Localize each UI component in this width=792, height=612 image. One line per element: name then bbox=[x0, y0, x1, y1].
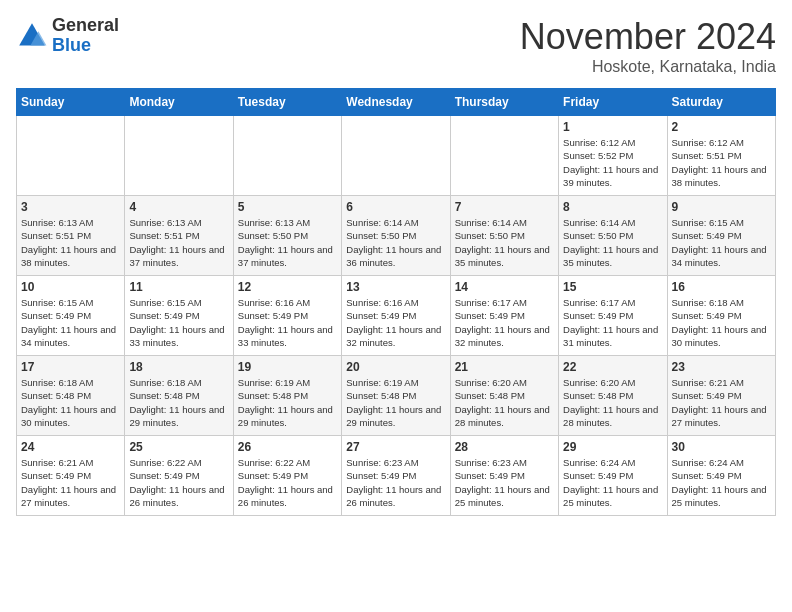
day-number: 15 bbox=[563, 280, 662, 294]
day-number: 19 bbox=[238, 360, 337, 374]
logo-icon bbox=[16, 20, 48, 52]
day-info: Sunrise: 6:14 AM Sunset: 5:50 PM Dayligh… bbox=[563, 216, 662, 269]
day-info: Sunrise: 6:13 AM Sunset: 5:51 PM Dayligh… bbox=[129, 216, 228, 269]
calendar-cell: 29Sunrise: 6:24 AM Sunset: 5:49 PM Dayli… bbox=[559, 436, 667, 516]
col-header-saturday: Saturday bbox=[667, 89, 775, 116]
calendar-cell: 23Sunrise: 6:21 AM Sunset: 5:49 PM Dayli… bbox=[667, 356, 775, 436]
day-number: 30 bbox=[672, 440, 771, 454]
col-header-tuesday: Tuesday bbox=[233, 89, 341, 116]
day-info: Sunrise: 6:20 AM Sunset: 5:48 PM Dayligh… bbox=[455, 376, 554, 429]
day-number: 24 bbox=[21, 440, 120, 454]
day-info: Sunrise: 6:19 AM Sunset: 5:48 PM Dayligh… bbox=[346, 376, 445, 429]
calendar-cell bbox=[450, 116, 558, 196]
day-number: 21 bbox=[455, 360, 554, 374]
calendar-cell: 4Sunrise: 6:13 AM Sunset: 5:51 PM Daylig… bbox=[125, 196, 233, 276]
day-number: 9 bbox=[672, 200, 771, 214]
calendar-cell: 25Sunrise: 6:22 AM Sunset: 5:49 PM Dayli… bbox=[125, 436, 233, 516]
day-number: 11 bbox=[129, 280, 228, 294]
day-number: 5 bbox=[238, 200, 337, 214]
day-info: Sunrise: 6:17 AM Sunset: 5:49 PM Dayligh… bbox=[455, 296, 554, 349]
calendar-cell bbox=[125, 116, 233, 196]
calendar-cell bbox=[342, 116, 450, 196]
day-number: 3 bbox=[21, 200, 120, 214]
day-number: 10 bbox=[21, 280, 120, 294]
calendar-cell: 13Sunrise: 6:16 AM Sunset: 5:49 PM Dayli… bbox=[342, 276, 450, 356]
day-info: Sunrise: 6:14 AM Sunset: 5:50 PM Dayligh… bbox=[455, 216, 554, 269]
calendar-cell: 2Sunrise: 6:12 AM Sunset: 5:51 PM Daylig… bbox=[667, 116, 775, 196]
week-row-1: 1Sunrise: 6:12 AM Sunset: 5:52 PM Daylig… bbox=[17, 116, 776, 196]
day-number: 18 bbox=[129, 360, 228, 374]
day-number: 13 bbox=[346, 280, 445, 294]
day-number: 27 bbox=[346, 440, 445, 454]
calendar-cell: 11Sunrise: 6:15 AM Sunset: 5:49 PM Dayli… bbox=[125, 276, 233, 356]
day-number: 23 bbox=[672, 360, 771, 374]
calendar-cell: 18Sunrise: 6:18 AM Sunset: 5:48 PM Dayli… bbox=[125, 356, 233, 436]
col-header-wednesday: Wednesday bbox=[342, 89, 450, 116]
calendar-cell: 7Sunrise: 6:14 AM Sunset: 5:50 PM Daylig… bbox=[450, 196, 558, 276]
day-info: Sunrise: 6:12 AM Sunset: 5:51 PM Dayligh… bbox=[672, 136, 771, 189]
logo-blue-text: Blue bbox=[52, 36, 119, 56]
calendar-cell: 9Sunrise: 6:15 AM Sunset: 5:49 PM Daylig… bbox=[667, 196, 775, 276]
calendar-cell: 30Sunrise: 6:24 AM Sunset: 5:49 PM Dayli… bbox=[667, 436, 775, 516]
calendar-cell: 1Sunrise: 6:12 AM Sunset: 5:52 PM Daylig… bbox=[559, 116, 667, 196]
day-info: Sunrise: 6:15 AM Sunset: 5:49 PM Dayligh… bbox=[672, 216, 771, 269]
calendar-cell: 10Sunrise: 6:15 AM Sunset: 5:49 PM Dayli… bbox=[17, 276, 125, 356]
day-number: 28 bbox=[455, 440, 554, 454]
day-info: Sunrise: 6:24 AM Sunset: 5:49 PM Dayligh… bbox=[672, 456, 771, 509]
day-info: Sunrise: 6:12 AM Sunset: 5:52 PM Dayligh… bbox=[563, 136, 662, 189]
day-info: Sunrise: 6:24 AM Sunset: 5:49 PM Dayligh… bbox=[563, 456, 662, 509]
day-number: 1 bbox=[563, 120, 662, 134]
header-row: SundayMondayTuesdayWednesdayThursdayFrid… bbox=[17, 89, 776, 116]
title-block: November 2024 Hoskote, Karnataka, India bbox=[520, 16, 776, 76]
day-number: 4 bbox=[129, 200, 228, 214]
day-info: Sunrise: 6:22 AM Sunset: 5:49 PM Dayligh… bbox=[129, 456, 228, 509]
col-header-friday: Friday bbox=[559, 89, 667, 116]
day-info: Sunrise: 6:22 AM Sunset: 5:49 PM Dayligh… bbox=[238, 456, 337, 509]
calendar-cell: 17Sunrise: 6:18 AM Sunset: 5:48 PM Dayli… bbox=[17, 356, 125, 436]
calendar-cell: 27Sunrise: 6:23 AM Sunset: 5:49 PM Dayli… bbox=[342, 436, 450, 516]
week-row-3: 10Sunrise: 6:15 AM Sunset: 5:49 PM Dayli… bbox=[17, 276, 776, 356]
day-info: Sunrise: 6:19 AM Sunset: 5:48 PM Dayligh… bbox=[238, 376, 337, 429]
day-info: Sunrise: 6:16 AM Sunset: 5:49 PM Dayligh… bbox=[346, 296, 445, 349]
day-number: 20 bbox=[346, 360, 445, 374]
day-info: Sunrise: 6:18 AM Sunset: 5:48 PM Dayligh… bbox=[21, 376, 120, 429]
day-number: 7 bbox=[455, 200, 554, 214]
calendar-table: SundayMondayTuesdayWednesdayThursdayFrid… bbox=[16, 88, 776, 516]
col-header-thursday: Thursday bbox=[450, 89, 558, 116]
day-info: Sunrise: 6:21 AM Sunset: 5:49 PM Dayligh… bbox=[21, 456, 120, 509]
calendar-cell: 12Sunrise: 6:16 AM Sunset: 5:49 PM Dayli… bbox=[233, 276, 341, 356]
col-header-monday: Monday bbox=[125, 89, 233, 116]
week-row-5: 24Sunrise: 6:21 AM Sunset: 5:49 PM Dayli… bbox=[17, 436, 776, 516]
day-number: 12 bbox=[238, 280, 337, 294]
calendar-cell: 20Sunrise: 6:19 AM Sunset: 5:48 PM Dayli… bbox=[342, 356, 450, 436]
calendar-cell: 8Sunrise: 6:14 AM Sunset: 5:50 PM Daylig… bbox=[559, 196, 667, 276]
day-info: Sunrise: 6:15 AM Sunset: 5:49 PM Dayligh… bbox=[129, 296, 228, 349]
day-number: 8 bbox=[563, 200, 662, 214]
day-number: 2 bbox=[672, 120, 771, 134]
day-info: Sunrise: 6:17 AM Sunset: 5:49 PM Dayligh… bbox=[563, 296, 662, 349]
day-info: Sunrise: 6:23 AM Sunset: 5:49 PM Dayligh… bbox=[455, 456, 554, 509]
day-number: 26 bbox=[238, 440, 337, 454]
day-number: 6 bbox=[346, 200, 445, 214]
day-info: Sunrise: 6:21 AM Sunset: 5:49 PM Dayligh… bbox=[672, 376, 771, 429]
calendar-cell: 16Sunrise: 6:18 AM Sunset: 5:49 PM Dayli… bbox=[667, 276, 775, 356]
week-row-4: 17Sunrise: 6:18 AM Sunset: 5:48 PM Dayli… bbox=[17, 356, 776, 436]
day-info: Sunrise: 6:18 AM Sunset: 5:49 PM Dayligh… bbox=[672, 296, 771, 349]
logo-general-text: General bbox=[52, 16, 119, 36]
day-info: Sunrise: 6:14 AM Sunset: 5:50 PM Dayligh… bbox=[346, 216, 445, 269]
month-title: November 2024 bbox=[520, 16, 776, 58]
calendar-cell: 19Sunrise: 6:19 AM Sunset: 5:48 PM Dayli… bbox=[233, 356, 341, 436]
col-header-sunday: Sunday bbox=[17, 89, 125, 116]
day-info: Sunrise: 6:13 AM Sunset: 5:50 PM Dayligh… bbox=[238, 216, 337, 269]
day-info: Sunrise: 6:18 AM Sunset: 5:48 PM Dayligh… bbox=[129, 376, 228, 429]
day-info: Sunrise: 6:20 AM Sunset: 5:48 PM Dayligh… bbox=[563, 376, 662, 429]
calendar-cell: 24Sunrise: 6:21 AM Sunset: 5:49 PM Dayli… bbox=[17, 436, 125, 516]
day-number: 29 bbox=[563, 440, 662, 454]
day-number: 17 bbox=[21, 360, 120, 374]
day-info: Sunrise: 6:13 AM Sunset: 5:51 PM Dayligh… bbox=[21, 216, 120, 269]
day-number: 25 bbox=[129, 440, 228, 454]
calendar-cell: 14Sunrise: 6:17 AM Sunset: 5:49 PM Dayli… bbox=[450, 276, 558, 356]
calendar-cell: 6Sunrise: 6:14 AM Sunset: 5:50 PM Daylig… bbox=[342, 196, 450, 276]
calendar-cell: 28Sunrise: 6:23 AM Sunset: 5:49 PM Dayli… bbox=[450, 436, 558, 516]
calendar-cell: 3Sunrise: 6:13 AM Sunset: 5:51 PM Daylig… bbox=[17, 196, 125, 276]
